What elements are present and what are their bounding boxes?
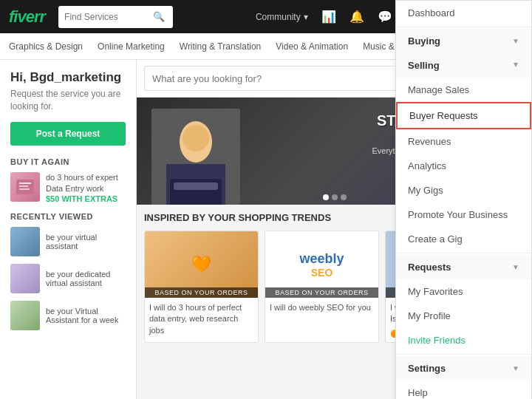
seo-text: SEO	[311, 267, 333, 279]
dropdown-my-favorites[interactable]: My Favorites	[396, 279, 531, 304]
chevron-down-icon: ▾	[304, 12, 308, 22]
recently-desc-1: be your virtual assistant	[46, 233, 126, 250]
dropdown-revenues[interactable]: Revenues	[396, 129, 531, 154]
hero-dots	[323, 194, 347, 200]
settings-label: Settings	[408, 363, 446, 374]
inspired-desc-2: I will do weebly SEO for you	[265, 298, 378, 318]
buy-again-thumb	[10, 172, 40, 202]
nav-graphics[interactable]: Graphics & Design	[9, 35, 83, 58]
selling-label: Selling	[408, 60, 440, 71]
recently-desc-3: be your Virtual Assistant for a week	[46, 307, 126, 324]
header-search-input[interactable]	[64, 12, 153, 22]
post-request-button[interactable]: Post a Request	[10, 122, 126, 146]
va2-img	[10, 264, 40, 293]
buy-again-desc: do 3 hours of expert Data Entry work $50…	[46, 172, 126, 204]
dropdown-create-gig[interactable]: Create a Gig	[396, 227, 531, 251]
nav-marketing[interactable]: Online Marketing	[98, 35, 165, 58]
requests-label: Requests	[408, 262, 451, 273]
user-dropdown: Dashboard Buying ▼ Selling ▲ Manage Sale…	[395, 0, 532, 399]
dropdown-analytics[interactable]: Analytics	[396, 154, 531, 178]
buy-again-item[interactable]: do 3 hours of expert Data Entry work $50…	[10, 172, 126, 204]
inspired-img-2: weebly SEO BASED ON YOUR ORDERS	[265, 231, 378, 298]
dropdown-buyer-requests[interactable]: Buyer Requests	[396, 102, 531, 129]
hero-dot-2[interactable]	[332, 194, 338, 200]
divider-1	[396, 27, 531, 27]
recently-desc-2: be your dedicated virtual assistant	[46, 270, 126, 287]
nav-writing[interactable]: Writing & Translation	[180, 35, 262, 58]
dropdown-requests[interactable]: Requests ▼	[396, 255, 531, 279]
buy-again-title: BUY IT AGAIN	[10, 157, 126, 166]
svg-rect-5	[19, 185, 28, 187]
community-menu[interactable]: Community ▾	[256, 12, 308, 22]
svg-rect-12	[174, 183, 218, 190]
bell-icon[interactable]: 🔔	[349, 10, 364, 24]
recently-title: RECENTLY VIEWED	[10, 212, 126, 221]
based-badge-1: BASED ON YOUR ORDERS	[145, 287, 258, 298]
inspired-card-1[interactable]: 🧡 BASED ON YOUR ORDERS I will do 3 hours…	[144, 231, 259, 343]
dropdown-manage-sales[interactable]: Manage Sales	[396, 78, 531, 102]
va1-img	[10, 227, 40, 256]
svg-rect-6	[19, 188, 30, 190]
header-search-box[interactable]: 🔍	[58, 6, 173, 28]
inspired-card-2[interactable]: weebly SEO BASED ON YOUR ORDERS I will d…	[265, 231, 379, 343]
buy-again-price: $50 WITH EXTRAS	[46, 194, 126, 203]
va3-img	[10, 301, 40, 330]
sidebar: Hi, Bgd_marketing Request the service yo…	[0, 60, 137, 399]
dropdown-settings[interactable]: Settings ▼	[396, 356, 531, 381]
dropdown-invite-friends[interactable]: Invite Friends	[396, 328, 531, 352]
recently-item-3[interactable]: be your Virtual Assistant for a week	[10, 301, 126, 330]
dropdown-my-gigs[interactable]: My Gigs	[396, 178, 531, 202]
stats-icon[interactable]: 📊	[321, 10, 336, 24]
requests-chevron: ▼	[512, 263, 519, 271]
greeting-text: Hi, Bgd_marketing	[10, 70, 126, 85]
dropdown-dashboard[interactable]: Dashboard	[396, 1, 531, 25]
recently-item-1[interactable]: be your virtual assistant	[10, 227, 126, 256]
recently-thumb-1	[10, 227, 40, 256]
search-icon: 🔍	[153, 11, 165, 22]
community-label: Community	[256, 12, 301, 22]
settings-chevron: ▼	[512, 364, 519, 372]
divider-2	[396, 253, 531, 253]
selling-chevron: ▲	[512, 61, 519, 69]
hero-dot-1[interactable]	[323, 194, 329, 200]
dropdown-help[interactable]: Help	[396, 381, 531, 399]
dropdown-my-profile[interactable]: My Profile	[396, 304, 531, 328]
data-entry-thumb-img	[10, 172, 40, 202]
nav-video[interactable]: Video & Animation	[276, 35, 348, 58]
main-content: Hi, Bgd_marketing Request the service yo…	[0, 60, 532, 399]
dropdown-selling[interactable]: Selling ▲	[396, 53, 531, 78]
recently-thumb-3	[10, 301, 40, 330]
dropdown-buying[interactable]: Buying ▼	[396, 29, 531, 53]
greeting-sub: Request the service you are looking for.	[10, 88, 126, 113]
dropdown-promote[interactable]: Promote Your Business	[396, 202, 531, 227]
recently-thumb-2	[10, 264, 40, 293]
buy-again-desc-text: do 3 hours of expert Data Entry work	[46, 172, 126, 195]
buying-chevron: ▼	[512, 37, 519, 45]
weebly-brand-text: weebly	[299, 251, 344, 267]
hero-image	[151, 109, 240, 205]
chat-icon[interactable]: 💬	[378, 10, 392, 24]
buying-label: Buying	[408, 35, 440, 47]
based-badge-2: BASED ON YOUR ORDERS	[265, 287, 378, 298]
svg-rect-4	[19, 183, 31, 184]
inspired-desc-1: I will do 3 hours of perfect data entry,…	[145, 298, 258, 341]
recently-item-2[interactable]: be your dedicated virtual assistant	[10, 264, 126, 293]
svg-point-11	[183, 125, 209, 151]
fiverr-logo[interactable]: fiverr	[9, 7, 45, 27]
hero-dot-3[interactable]	[341, 194, 347, 200]
inspired-img-1: 🧡 BASED ON YOUR ORDERS	[145, 231, 258, 298]
divider-3	[396, 354, 531, 355]
